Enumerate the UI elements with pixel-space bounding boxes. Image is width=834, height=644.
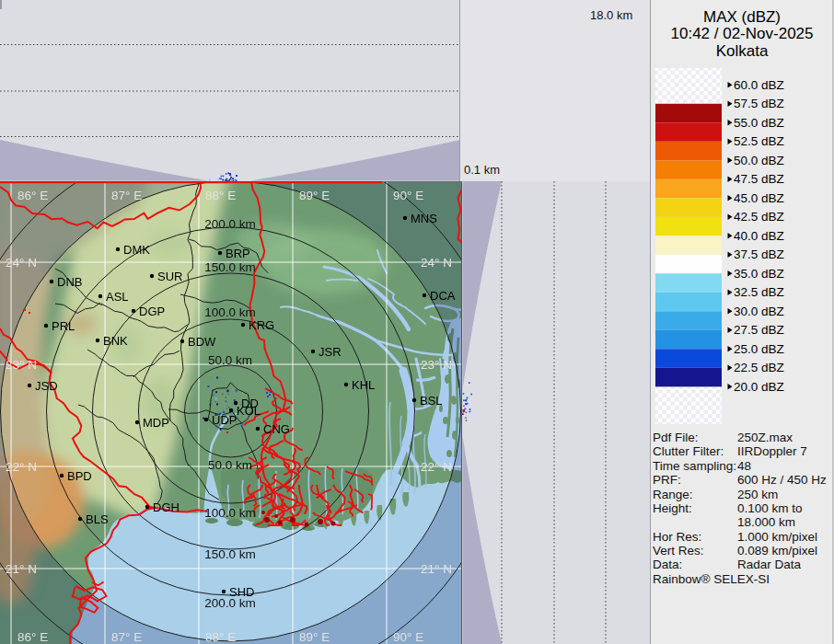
svg-text:89° E: 89° E xyxy=(299,189,330,202)
svg-text:87° E: 87° E xyxy=(111,189,142,202)
svg-text:86° E: 86° E xyxy=(17,630,48,644)
svg-text:MAX (dBZ): MAX (dBZ) xyxy=(703,8,781,26)
svg-text:250Z.max: 250Z.max xyxy=(737,431,793,444)
svg-text:150.0 km: 150.0 km xyxy=(204,260,256,274)
svg-text:Time sampling:: Time sampling: xyxy=(653,459,736,473)
svg-text:Clutter Filter:: Clutter Filter: xyxy=(653,444,724,458)
svg-text:32.5 dBZ: 32.5 dBZ xyxy=(734,285,784,299)
svg-text:90° E: 90° E xyxy=(393,630,423,644)
svg-text:25.0 dBZ: 25.0 dBZ xyxy=(734,342,784,356)
svg-text:0.089 km/pixel: 0.089 km/pixel xyxy=(737,544,817,558)
svg-text:42.5 dBZ: 42.5 dBZ xyxy=(734,210,784,224)
svg-text:50.0 dBZ: 50.0 dBZ xyxy=(734,154,784,167)
svg-text:150.0 km: 150.0 km xyxy=(204,547,256,561)
svg-text:88° E: 88° E xyxy=(205,630,236,644)
svg-text:Data:: Data: xyxy=(653,558,682,571)
svg-text:48: 48 xyxy=(737,459,751,473)
svg-text:Range:: Range: xyxy=(653,488,693,501)
svg-text:22.5 dBZ: 22.5 dBZ xyxy=(734,361,784,374)
svg-text:23° N: 23° N xyxy=(421,358,452,372)
svg-text:250 km: 250 km xyxy=(737,488,778,501)
svg-text:60.0 dBZ: 60.0 dBZ xyxy=(734,78,784,92)
svg-text:57.5 dBZ: 57.5 dBZ xyxy=(734,97,784,110)
svg-text:DGP: DGP xyxy=(139,305,165,318)
svg-text:DNB: DNB xyxy=(57,275,82,289)
svg-text:27.5 dBZ: 27.5 dBZ xyxy=(734,323,784,337)
svg-text:BRP: BRP xyxy=(226,247,250,260)
svg-text:CNG: CNG xyxy=(263,422,290,436)
svg-text:50.0 km: 50.0 km xyxy=(208,458,252,472)
svg-text:BSL: BSL xyxy=(420,394,443,408)
svg-text:24° N: 24° N xyxy=(421,256,452,270)
svg-text:KOL: KOL xyxy=(237,404,261,418)
svg-text:600 Hz / 450 Hz: 600 Hz / 450 Hz xyxy=(737,473,827,487)
svg-text:Radar Data: Radar Data xyxy=(737,558,802,571)
svg-text:88° E: 88° E xyxy=(205,189,236,202)
svg-text:IIRDoppler 7: IIRDoppler 7 xyxy=(737,444,807,458)
svg-text:BDW: BDW xyxy=(188,335,216,349)
svg-text:Hor Res:: Hor Res: xyxy=(653,530,701,544)
svg-text:35.0 dBZ: 35.0 dBZ xyxy=(734,267,784,281)
svg-text:21° N: 21° N xyxy=(6,562,37,576)
svg-text:200.0 km: 200.0 km xyxy=(204,596,256,610)
svg-text:DCA: DCA xyxy=(430,289,456,303)
svg-text:10:42 / 02-Nov-2025: 10:42 / 02-Nov-2025 xyxy=(671,25,814,42)
svg-text:47.5 dBZ: 47.5 dBZ xyxy=(734,172,784,186)
svg-text:Pdf File:: Pdf File: xyxy=(653,431,699,444)
svg-text:50.0 km: 50.0 km xyxy=(208,353,252,367)
svg-text:23° N: 23° N xyxy=(6,358,37,372)
svg-text:UDP: UDP xyxy=(212,413,237,427)
svg-text:100.0 km: 100.0 km xyxy=(204,305,256,319)
svg-text:37.5 dBZ: 37.5 dBZ xyxy=(734,247,784,261)
svg-text:KRG: KRG xyxy=(249,318,274,332)
svg-text:BNK: BNK xyxy=(103,334,128,348)
svg-text:JSD: JSD xyxy=(35,379,58,393)
svg-text:24° N: 24° N xyxy=(6,256,37,270)
svg-text:ASL: ASL xyxy=(106,290,129,304)
svg-text:30.0 dBZ: 30.0 dBZ xyxy=(734,305,784,318)
svg-text:Kolkata: Kolkata xyxy=(716,42,769,60)
svg-text:DGH: DGH xyxy=(153,500,180,514)
svg-text:87° E: 87° E xyxy=(111,630,142,644)
svg-text:22° N: 22° N xyxy=(421,460,452,474)
svg-text:100.0 km: 100.0 km xyxy=(204,506,256,520)
svg-text:BPD: BPD xyxy=(67,469,92,483)
svg-text:45.0 dBZ: 45.0 dBZ xyxy=(734,191,784,205)
svg-text:52.5 dBZ: 52.5 dBZ xyxy=(734,134,784,148)
svg-text:18.000 km: 18.000 km xyxy=(737,515,795,529)
svg-text:MDP: MDP xyxy=(143,416,169,430)
svg-text:200.0 km: 200.0 km xyxy=(204,217,256,231)
svg-text:90° E: 90° E xyxy=(393,189,423,202)
svg-text:1.000 km/pixel: 1.000 km/pixel xyxy=(737,530,817,544)
svg-text:KHL: KHL xyxy=(352,378,375,392)
svg-text:86° E: 86° E xyxy=(17,189,48,202)
svg-text:40.0 dBZ: 40.0 dBZ xyxy=(734,229,784,243)
svg-text:Rainbow® SELEX-SI: Rainbow® SELEX-SI xyxy=(653,572,770,586)
svg-text:PRL: PRL xyxy=(52,319,75,333)
svg-text:PRF:: PRF: xyxy=(653,473,681,487)
svg-text:SUR: SUR xyxy=(157,270,182,283)
svg-text:22° N: 22° N xyxy=(6,460,37,474)
svg-text:Vert Res:: Vert Res: xyxy=(653,544,704,558)
svg-text:BLS: BLS xyxy=(86,512,109,526)
svg-text:MNS: MNS xyxy=(411,212,437,225)
svg-text:20.0 dBZ: 20.0 dBZ xyxy=(734,380,784,394)
svg-text:DMK: DMK xyxy=(123,243,150,257)
svg-text:JSR: JSR xyxy=(319,345,342,359)
svg-text:89° E: 89° E xyxy=(299,630,330,644)
svg-text:55.0 dBZ: 55.0 dBZ xyxy=(734,116,784,130)
svg-text:21° N: 21° N xyxy=(421,562,452,576)
svg-text:Height:: Height: xyxy=(653,501,692,515)
svg-text:0.100 km to: 0.100 km to xyxy=(737,501,803,515)
